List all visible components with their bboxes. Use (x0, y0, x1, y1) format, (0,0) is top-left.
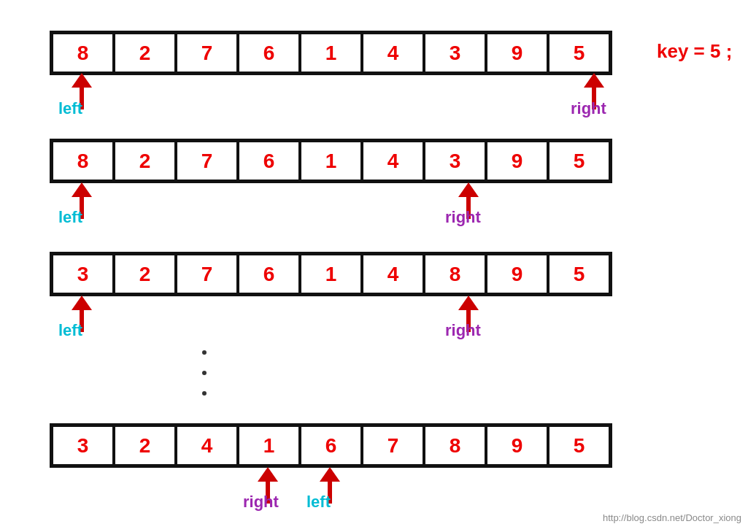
watermark: http://blog.csdn.net/Doctor_xiong (603, 512, 741, 523)
cell: 5 (548, 254, 610, 294)
cell: 5 (548, 141, 610, 181)
cell: 6 (238, 254, 300, 294)
cell: 9 (486, 425, 548, 466)
row1-left-label: left (58, 99, 82, 118)
cell: 4 (362, 141, 424, 181)
row3-right-label: right (445, 321, 481, 340)
arrow-head (258, 467, 278, 482)
arrow-head (72, 296, 92, 310)
row2-left-label: left (58, 208, 82, 227)
arrow-head (458, 182, 479, 197)
row3-left-label: left (58, 321, 82, 340)
cell: 3 (52, 254, 114, 294)
dot-1 (202, 350, 207, 355)
cell: 6 (238, 33, 300, 73)
cell: 3 (424, 141, 486, 181)
cell: 2 (114, 425, 176, 466)
cell: 1 (238, 425, 300, 466)
main-container: key = 5 ; 827614395 left right 827614395… (0, 0, 756, 532)
cell: 1 (300, 254, 362, 294)
dot-3 (202, 391, 207, 396)
arrow-head (72, 73, 92, 88)
array-row-1: 827614395 (50, 31, 612, 75)
cell: 1 (300, 33, 362, 73)
cell: 8 (52, 141, 114, 181)
arrow-head (584, 73, 604, 88)
cell: 1 (300, 141, 362, 181)
cell: 6 (300, 425, 362, 466)
cell: 6 (238, 141, 300, 181)
cell: 3 (52, 425, 114, 466)
cell: 3 (424, 33, 486, 73)
arrow-head (458, 296, 479, 310)
row2-right-label: right (445, 208, 481, 227)
cell: 5 (548, 425, 610, 466)
cell: 8 (424, 254, 486, 294)
key-label: key = 5 ; (657, 40, 732, 63)
cell: 2 (114, 254, 176, 294)
array-row-3: 327614895 (50, 252, 612, 296)
cell: 7 (176, 33, 238, 73)
cell: 4 (362, 254, 424, 294)
cell: 7 (176, 141, 238, 181)
array-row-2: 827614395 (50, 139, 612, 183)
cell: 8 (52, 33, 114, 73)
row1-right-label: right (571, 99, 606, 118)
array-row-4: 324167895 (50, 423, 612, 468)
cell: 9 (486, 141, 548, 181)
row4-left-label: left (306, 493, 331, 512)
cell: 7 (362, 425, 424, 466)
cell: 8 (424, 425, 486, 466)
cell: 9 (486, 254, 548, 294)
cell: 9 (486, 33, 548, 73)
cell: 4 (362, 33, 424, 73)
row4-right-label: right (243, 493, 279, 512)
dot-2 (202, 371, 207, 375)
cell: 4 (176, 425, 238, 466)
arrow-head (320, 467, 340, 482)
cell: 2 (114, 33, 176, 73)
cell: 5 (548, 33, 610, 73)
cell: 7 (176, 254, 238, 294)
arrow-head (72, 182, 92, 197)
cell: 2 (114, 141, 176, 181)
